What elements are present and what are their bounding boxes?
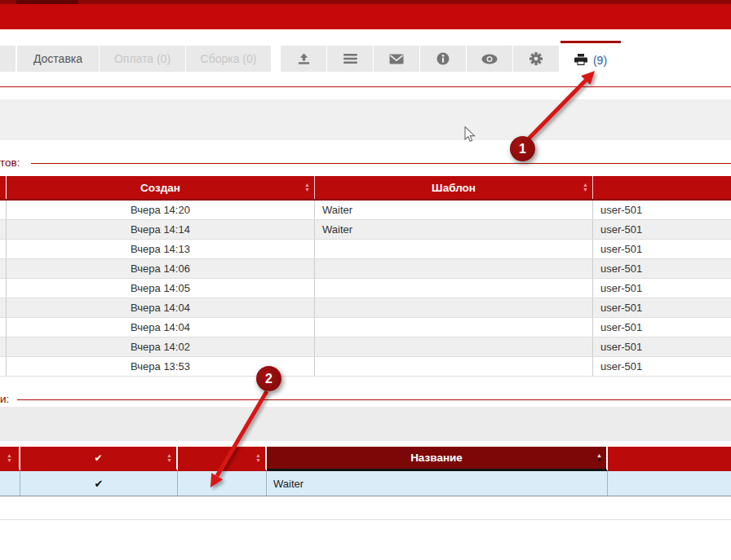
printed-doc-row[interactable]: Вчера 14:14 Waiter user-501 <box>0 220 731 240</box>
printed-docs-section-label: тов: <box>0 157 20 169</box>
template-cell <box>315 318 593 337</box>
created-cell: Вчера 14:06 <box>7 259 315 278</box>
tab-assembly[interactable]: Сборка (0) <box>186 46 271 72</box>
tab-settings[interactable] <box>513 46 559 72</box>
templates-table: ▲▼ ✔ ▲▼ ▲▼ Название ▲▼ ✔ Waiter <box>0 447 731 496</box>
tab-stub[interactable] <box>0 46 16 72</box>
tab-delivery[interactable]: Доставка <box>17 46 99 72</box>
created-cell: Вчера 14:20 <box>7 201 315 219</box>
sort-icon: ▲▼ <box>7 453 12 463</box>
printed-doc-row[interactable]: Вчера 14:13 user-501 <box>0 240 731 259</box>
tab-mail[interactable] <box>374 46 419 72</box>
created-cell: Вчера 14:14 <box>7 220 315 239</box>
sort-icon: ▲▼ <box>166 453 172 463</box>
eye-icon <box>481 54 498 64</box>
templates-toolbar <box>0 407 731 441</box>
created-cell: Вчера 14:04 <box>7 298 315 317</box>
template-cell <box>315 279 593 298</box>
printed-docs-table: Создан ▲▼ Шаблон ▲▼ Вчера 14:20 Waiter u… <box>0 176 731 377</box>
upload-icon <box>297 53 311 65</box>
header-created[interactable]: Создан ▲▼ <box>7 176 315 199</box>
printed-doc-row[interactable]: Вчера 14:04 user-501 <box>0 318 731 337</box>
check-icon: ✔ <box>95 478 104 490</box>
user-cell: user-501 <box>593 220 731 239</box>
printed-doc-row[interactable]: Вчера 14:02 user-501 <box>0 337 731 357</box>
templates-section-label: и: <box>0 393 9 405</box>
templates-table-header: ▲▼ ✔ ▲▼ ▲▼ Название ▲▼ <box>0 447 731 471</box>
user-cell: user-501 <box>593 240 731 258</box>
printed-doc-row[interactable]: Вчера 14:04 user-501 <box>0 298 731 318</box>
menu-icon <box>343 53 357 64</box>
created-cell: Вчера 14:13 <box>7 240 315 258</box>
header-name[interactable]: Название ▲▼ <box>267 447 608 471</box>
printed-doc-row[interactable]: Вчера 14:20 Waiter user-501 <box>0 201 731 220</box>
header-band <box>0 4 731 29</box>
tab-preview[interactable] <box>467 46 512 72</box>
check-icon: ✔ <box>94 452 102 464</box>
header-blank <box>0 176 7 199</box>
printed-doc-row[interactable]: Вчера 14:05 user-501 <box>0 279 731 298</box>
user-cell: user-501 <box>593 298 731 317</box>
user-cell: user-501 <box>593 201 731 219</box>
template-cell <box>315 298 593 317</box>
gear-icon <box>529 52 543 65</box>
template-cell: Waiter <box>315 201 593 219</box>
envelope-icon <box>389 54 404 64</box>
user-cell: user-501 <box>593 337 731 356</box>
header-index[interactable]: ▲▼ <box>0 447 20 471</box>
app-window: ЗАКАЗЫ ДОКУМЕНТЫ СПРАВОЧНИКИ ОТЧЕТЫ КОНФ… <box>0 0 731 560</box>
divider-line <box>0 86 731 87</box>
template-cell: Waiter <box>315 220 593 239</box>
printed-doc-row[interactable]: Вчера 14:06 user-501 <box>0 259 731 279</box>
tab-info[interactable] <box>420 46 466 72</box>
section-divider <box>31 163 731 164</box>
print-form-row: ▲▼ Распечатать документ <box>0 99 731 140</box>
header-extra[interactable] <box>608 447 731 471</box>
user-cell: user-501 <box>593 318 731 337</box>
printer-icon <box>574 54 587 66</box>
header-template[interactable]: Шаблон ▲▼ <box>315 176 593 199</box>
annotation-step-1: 1 <box>510 136 535 161</box>
user-cell: user-501 <box>593 259 731 278</box>
user-cell: user-501 <box>593 279 731 298</box>
header-checked[interactable]: ✔ ▲▼ <box>20 447 178 471</box>
info-icon <box>436 52 450 65</box>
printed-docs-table-header: Создан ▲▼ Шаблон ▲▼ <box>0 176 731 201</box>
template-name-cell: Waiter <box>267 471 608 496</box>
tab-menu[interactable] <box>327 46 373 72</box>
user-cell: user-501 <box>593 357 731 376</box>
printed-doc-row[interactable]: Вчера 13:53 user-501 <box>0 357 731 377</box>
printed-docs-table-body: Вчера 14:20 Waiter user-501 Вчера 14:14 … <box>0 201 731 377</box>
template-cell <box>315 357 593 376</box>
template-cell <box>315 259 593 278</box>
header-blank[interactable]: ▲▼ <box>178 447 267 471</box>
header-user[interactable] <box>593 176 731 199</box>
tab-upload[interactable] <box>281 46 326 72</box>
annotation-step-2: 2 <box>256 366 281 391</box>
created-cell: Вчера 14:05 <box>7 279 315 298</box>
sort-icon: ▲▼ <box>255 453 261 463</box>
sort-icon: ▲▼ <box>583 183 588 192</box>
created-cell: Вчера 14:04 <box>7 318 315 337</box>
template-row-selected[interactable]: ✔ Waiter <box>0 471 731 496</box>
print-count-badge: (9) <box>593 54 607 67</box>
sort-active-icon: ▲▼ <box>596 453 602 463</box>
section-divider <box>17 399 731 400</box>
tab-print-active[interactable]: (9) <box>560 41 621 77</box>
sort-icon: ▲▼ <box>304 183 310 192</box>
tab-payment[interactable]: Оплата (0) <box>100 46 185 72</box>
template-cell <box>315 240 593 258</box>
template-cell <box>315 337 593 356</box>
created-cell: Вчера 14:02 <box>7 337 315 356</box>
bottom-divider <box>0 519 731 520</box>
